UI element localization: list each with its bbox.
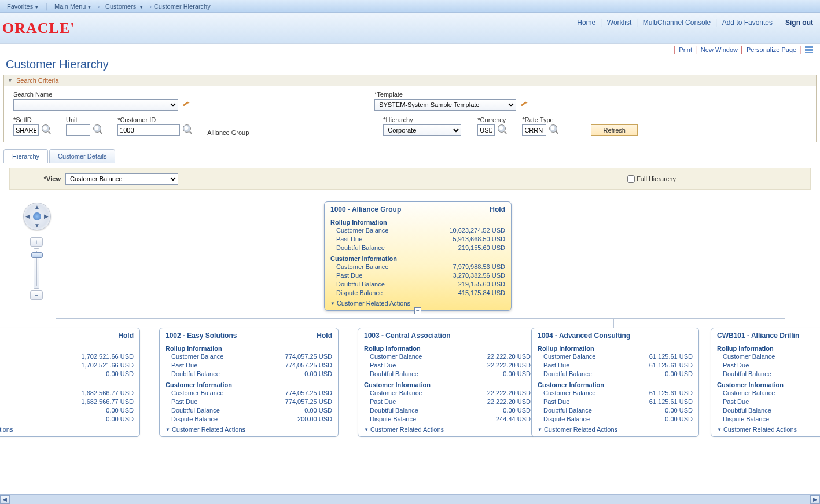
custinfo-heading: Customer Information: [717, 381, 820, 388]
lookup-icon[interactable]: [549, 124, 557, 133]
favorites-menu[interactable]: Favorites▼: [3, 2, 42, 11]
view-label: *View: [17, 175, 61, 182]
zoom-control: + −: [29, 237, 44, 300]
breadcrumb-customers[interactable]: Customers ▼: [102, 2, 147, 11]
pan-down-icon[interactable]: ▼: [34, 223, 40, 229]
rollup-heading: Rollup Information: [166, 345, 332, 352]
zoom-in-button[interactable]: +: [30, 237, 43, 247]
caret-down-icon: ▼: [717, 427, 722, 432]
collapse-toggle[interactable]: −: [414, 307, 421, 314]
horizontal-scrollbar[interactable]: ◀ ▶: [0, 494, 820, 495]
node-child[interactable]: 1004 - Advanced Consulting Rollup Inform…: [531, 328, 699, 437]
tab-hierarchy[interactable]: Hierarchy: [3, 149, 48, 163]
view-select[interactable]: Customer Balance: [65, 173, 178, 185]
custinfo-heading: Customer Information: [330, 255, 505, 262]
caret-down-icon: ▼: [166, 427, 170, 432]
hierarchy-canvas[interactable]: ▲ ▼ ◀ ▶ + − 1000 - Alliance Group Hold R…: [0, 194, 820, 495]
rate-type-input[interactable]: [522, 124, 546, 136]
print-link[interactable]: Print: [679, 46, 692, 53]
personalize-link[interactable]: Personalize Page: [747, 46, 796, 53]
layout-icon[interactable]: [805, 46, 813, 53]
edit-icon[interactable]: [182, 99, 190, 107]
lookup-icon[interactable]: [498, 124, 506, 133]
top-nav-bar: Favorites▼ │ Main Menu▼ › Customers ▼ › …: [0, 0, 820, 13]
lookup-icon[interactable]: [183, 124, 191, 133]
node-child[interactable]: CWB101 - Alliance Drillin Rollup Informa…: [711, 328, 820, 437]
hierarchy-select[interactable]: Corporate: [383, 124, 461, 136]
scroll-left-button[interactable]: ◀: [0, 495, 10, 496]
new-window-link[interactable]: New Window: [701, 46, 738, 53]
tab-customer-details[interactable]: Customer Details: [49, 149, 115, 163]
brand-bar: ORACLE' Home │ Worklist │ MultiChannel C…: [0, 13, 820, 44]
pan-left-icon[interactable]: ◀: [25, 214, 30, 219]
node-title: 1000 - Alliance Group: [330, 205, 401, 214]
currency-label: *Currency: [477, 116, 506, 123]
customer-name-display: Alliance Group: [207, 120, 249, 136]
search-header-label: Search Criteria: [16, 77, 58, 84]
multichannel-link[interactable]: MultiChannel Console: [643, 19, 711, 27]
caret-down-icon: ▼: [34, 5, 39, 10]
caret-down-icon: ▼: [538, 427, 542, 432]
connector-line: [56, 318, 56, 328]
pan-up-icon[interactable]: ▲: [34, 204, 40, 210]
page-title: Customer Hierarchy: [0, 54, 820, 75]
full-hierarchy-label: Full Hierarchy: [637, 175, 676, 182]
hierarchy-label: *Hierarchy: [383, 116, 461, 123]
node-child[interactable]: Systems Hold ation ance1,702,521.66 USD …: [0, 328, 140, 437]
rollup-heading: Rollup Information: [538, 345, 693, 352]
tab-bar: Hierarchy Customer Details: [3, 149, 817, 163]
global-links: Home │ Worklist │ MultiChannel Console │…: [577, 16, 813, 27]
zoom-out-button[interactable]: −: [30, 290, 43, 300]
search-name-select[interactable]: [13, 99, 178, 111]
customer-related-actions[interactable]: ▼Customer Related Actions: [532, 424, 698, 436]
currency-input[interactable]: [477, 124, 495, 136]
utility-links: │ Print │ New Window │ Personalize Page …: [0, 44, 820, 54]
favorites-label: Favorites: [7, 3, 33, 10]
home-link[interactable]: Home: [577, 19, 595, 27]
customer-id-label: *Customer ID: [117, 116, 191, 123]
setid-label: *SetID: [13, 116, 50, 123]
scroll-right-button[interactable]: ▶: [810, 495, 820, 496]
worklist-link[interactable]: Worklist: [607, 19, 631, 27]
search-panel: ▼ Search Criteria Search Name *Template …: [3, 75, 817, 142]
collapse-caret-icon: ▼: [8, 78, 13, 83]
connector-line: [249, 318, 249, 328]
full-hierarchy-checkbox[interactable]: [627, 175, 635, 183]
customer-related-actions[interactable]: ▼Customer Related Actions: [358, 424, 536, 436]
pan-center-icon[interactable]: [33, 212, 41, 220]
lookup-icon[interactable]: [93, 124, 101, 133]
refresh-button[interactable]: Refresh: [591, 124, 638, 136]
customer-related-actions[interactable]: ▼ elated Actions: [0, 424, 139, 436]
custinfo-heading: ormation: [0, 381, 134, 388]
rate-type-label: *Rate Type: [522, 116, 557, 123]
custinfo-heading: Customer Information: [364, 381, 531, 388]
pan-right-icon[interactable]: ▶: [44, 214, 49, 219]
search-header[interactable]: ▼ Search Criteria: [4, 75, 816, 86]
menu-separator: │: [45, 3, 49, 10]
edit-icon[interactable]: [520, 99, 528, 107]
sign-out-link[interactable]: Sign out: [785, 19, 813, 27]
customer-id-input[interactable]: [117, 124, 180, 136]
unit-label: Unit: [66, 116, 101, 123]
hold-flag: Hold: [490, 205, 505, 214]
zoom-slider-thumb[interactable]: [31, 252, 43, 258]
main-menu[interactable]: Main Menu▼: [51, 2, 95, 11]
add-favorites-link[interactable]: Add to Favorites: [722, 19, 773, 27]
connector-line: [440, 318, 440, 328]
connector-line: [56, 318, 785, 319]
unit-input[interactable]: [66, 124, 90, 136]
lookup-icon[interactable]: [42, 124, 50, 133]
hold-flag: Hold: [118, 332, 134, 340]
connector-line: [785, 318, 785, 328]
template-select[interactable]: SYSTEM-System Sample Template: [374, 99, 516, 111]
scroll-track[interactable]: [10, 495, 810, 496]
setid-input[interactable]: [13, 124, 39, 136]
customer-related-actions[interactable]: ▼Customer Related Actions: [160, 424, 338, 436]
pan-control[interactable]: ▲ ▼ ◀ ▶: [23, 203, 51, 230]
caret-down-icon: ▼: [364, 427, 369, 432]
customer-related-actions[interactable]: ▼Customer Related Actions: [711, 424, 820, 436]
node-root[interactable]: 1000 - Alliance Group Hold Rollup Inform…: [324, 201, 512, 311]
node-child[interactable]: 1003 - Central Association Rollup Inform…: [358, 328, 537, 437]
zoom-slider-track[interactable]: [34, 248, 39, 289]
node-child[interactable]: 1002 - Easy Solutions Hold Rollup Inform…: [159, 328, 339, 437]
